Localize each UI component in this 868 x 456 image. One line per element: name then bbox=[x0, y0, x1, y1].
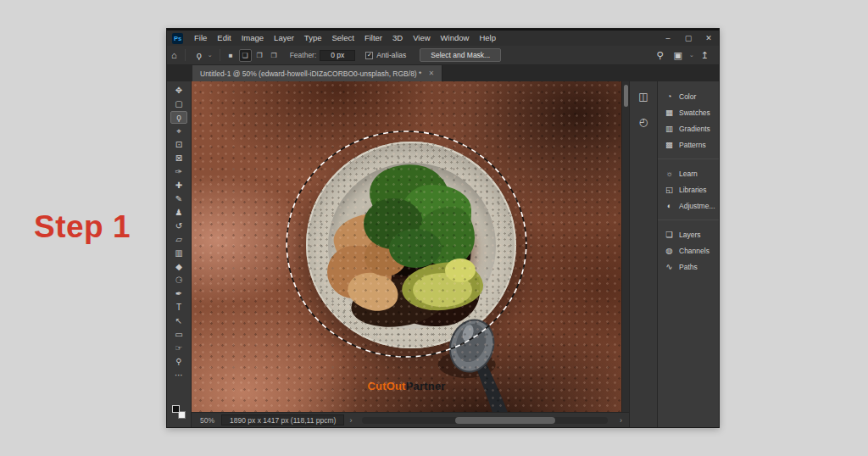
marquee-tool[interactable]: ▢ bbox=[170, 97, 187, 110]
intersect-selection-button[interactable]: ❒ bbox=[268, 49, 281, 62]
vertical-scrollbar-handle[interactable] bbox=[624, 85, 628, 107]
document-canvas[interactable]: CutOutPartner bbox=[192, 81, 621, 412]
panel-adjustments[interactable]: ◐ Adjustme... bbox=[658, 197, 719, 214]
frame-tool[interactable]: ⊠ bbox=[170, 152, 187, 164]
history-brush-tool[interactable]: ↺ bbox=[170, 220, 187, 232]
menu-type[interactable]: Type bbox=[299, 31, 327, 46]
foreground-background-swatches[interactable] bbox=[172, 405, 186, 419]
object-selection-tool[interactable]: ⌖ bbox=[170, 125, 187, 137]
search-icon[interactable]: ⚲ bbox=[653, 50, 666, 61]
menu-file[interactable]: File bbox=[189, 31, 212, 46]
feather-label: Feather: bbox=[290, 51, 317, 59]
libraries-icon: ◱ bbox=[665, 185, 674, 194]
menu-edit[interactable]: Edit bbox=[212, 31, 236, 46]
anti-alias-checkbox[interactable]: ✓ bbox=[365, 52, 373, 59]
brush-tool[interactable]: ✎ bbox=[170, 192, 187, 205]
tool-preset-picker[interactable]: ϙ ⌄ bbox=[189, 50, 216, 60]
select-and-mask-button[interactable]: Select and Mask... bbox=[420, 48, 501, 62]
vertical-scrollbar[interactable] bbox=[621, 81, 629, 412]
selection-and-spoon-overlay bbox=[192, 81, 621, 412]
hand-tool[interactable]: ☞ bbox=[170, 342, 187, 354]
selection-marching-ants bbox=[287, 131, 526, 357]
properties-panel-icon[interactable]: ◫ bbox=[635, 88, 652, 105]
paths-icon: ∿ bbox=[665, 262, 674, 271]
menu-3d[interactable]: 3D bbox=[387, 31, 408, 46]
status-chevron-icon[interactable]: › bbox=[344, 416, 357, 425]
eraser-tool[interactable]: ▱ bbox=[170, 233, 187, 246]
menu-layer[interactable]: Layer bbox=[269, 31, 299, 46]
panel-learn[interactable]: ☼ Learn bbox=[658, 165, 719, 181]
blur-tool[interactable]: ◆ bbox=[170, 260, 187, 273]
watermark: CutOutPartner bbox=[192, 380, 621, 392]
share-icon[interactable]: ↥ bbox=[698, 50, 712, 61]
dodge-tool[interactable]: ⚆ bbox=[170, 274, 187, 286]
menu-select[interactable]: Select bbox=[326, 31, 359, 46]
workspace-icon[interactable]: ▣ bbox=[670, 50, 686, 61]
panel-channels[interactable]: ◍ Channels bbox=[658, 242, 719, 259]
panel-gradients[interactable]: ▥ Gradients bbox=[658, 120, 719, 136]
swatches-icon: ▦ bbox=[665, 108, 674, 117]
scroll-right-icon[interactable]: › bbox=[613, 416, 629, 425]
panel-swatches[interactable]: ▦ Swatches bbox=[658, 104, 719, 120]
subtract-from-selection-button[interactable]: ❐ bbox=[253, 49, 266, 62]
document-tab-bar: Untitled-1 @ 50% (edward-howell-iDIZaCOR… bbox=[167, 65, 719, 81]
spoon-handle bbox=[476, 361, 508, 412]
zoom-tool[interactable]: ⚲ bbox=[170, 355, 187, 368]
pen-tool[interactable]: ✒ bbox=[170, 287, 187, 300]
panel-color[interactable]: ◔ Color bbox=[658, 88, 719, 104]
color-icon: ◔ bbox=[665, 92, 674, 101]
move-tool[interactable]: ✥ bbox=[170, 84, 187, 97]
menu-image[interactable]: Image bbox=[236, 31, 269, 46]
tab-close-icon[interactable]: ✕ bbox=[428, 70, 434, 77]
new-selection-button[interactable]: ■ bbox=[225, 49, 237, 62]
horizontal-scrollbar[interactable] bbox=[362, 417, 608, 424]
panel-libraries[interactable]: ◱ Libraries bbox=[658, 181, 719, 197]
collapsed-panels-column: ◫ ◴ bbox=[629, 81, 657, 427]
chicken-pieces bbox=[329, 209, 400, 270]
path-selection-tool[interactable]: ↖ bbox=[170, 314, 187, 327]
panel-paths[interactable]: ∿ Paths bbox=[658, 259, 719, 275]
home-icon[interactable]: ⌂ bbox=[167, 50, 181, 60]
eyedropper-tool[interactable]: ✑ bbox=[170, 165, 187, 178]
lasso-icon: ϙ bbox=[192, 50, 206, 60]
minimize-button[interactable]: – bbox=[658, 31, 678, 46]
crop-tool[interactable]: ⊡ bbox=[170, 138, 187, 151]
gradient-tool[interactable]: ▥ bbox=[170, 247, 187, 259]
spoon-bowl bbox=[443, 314, 500, 377]
tool-options-bar: ⌂ ϙ ⌄ ■ ❏ ❐ ❒ Feather: 0 px ✓ Anti-alias… bbox=[167, 46, 719, 65]
panel-patterns[interactable]: ▩ Patterns bbox=[658, 136, 719, 153]
zoom-level-field[interactable]: 50% bbox=[192, 416, 221, 425]
add-to-selection-button[interactable]: ❏ bbox=[239, 49, 252, 62]
history-panel-icon[interactable]: ◴ bbox=[635, 114, 652, 131]
clone-stamp-tool[interactable]: ♟ bbox=[170, 206, 187, 219]
document-tab[interactable]: Untitled-1 @ 50% (edward-howell-iDIZaCOR… bbox=[192, 65, 442, 81]
menu-bar: Ps File Edit Image Layer Type Select Fil… bbox=[167, 29, 719, 46]
patterns-icon: ▩ bbox=[665, 140, 674, 149]
menu-view[interactable]: View bbox=[408, 31, 435, 46]
garnish bbox=[399, 259, 485, 314]
learn-icon: ☼ bbox=[665, 169, 674, 178]
document-tab-title: Untitled-1 @ 50% (edward-howell-iDIZaCOR… bbox=[200, 70, 421, 78]
spot-healing-tool[interactable]: ✚ bbox=[170, 179, 187, 192]
menu-help[interactable]: Help bbox=[474, 31, 501, 46]
menu-filter[interactable]: Filter bbox=[359, 31, 387, 46]
status-bar: 50% 1890 px x 1417 px (118,11 ppcm) › › bbox=[192, 412, 629, 427]
shape-tool[interactable]: ▭ bbox=[170, 328, 187, 341]
horizontal-scrollbar-handle[interactable] bbox=[455, 417, 555, 424]
adjustments-icon: ◐ bbox=[665, 201, 674, 210]
chevron-down-icon: ⌄ bbox=[689, 52, 694, 58]
feather-input[interactable]: 0 px bbox=[320, 50, 355, 61]
document-info: 1890 px x 1417 px (118,11 ppcm) bbox=[221, 414, 344, 425]
channels-icon: ◍ bbox=[665, 246, 674, 255]
anti-alias-label: Anti-alias bbox=[376, 51, 406, 59]
menu-window[interactable]: Window bbox=[436, 31, 475, 46]
panel-layers[interactable]: ❏ Layers bbox=[658, 226, 719, 242]
step-annotation: Step 1 bbox=[34, 209, 131, 245]
lasso-tool[interactable]: ϙ bbox=[170, 111, 187, 124]
close-button[interactable]: ✕ bbox=[698, 31, 719, 46]
tools-panel: ✥ ▢ ϙ ⌖ ⊡ ⊠ ✑ ✚ ✎ ♟ ↺ ▱ ▥ ◆ ⚆ ✒ T ↖ ▭ ☞ … bbox=[167, 81, 192, 427]
type-tool[interactable]: T bbox=[170, 301, 187, 314]
panels-dock: ◔ Color ▦ Swatches ▥ Gradients ▩ Pattern… bbox=[657, 81, 719, 427]
toolbar-overflow-icon[interactable]: ⋯ bbox=[170, 369, 187, 381]
maximize-button[interactable]: ▢ bbox=[678, 31, 698, 46]
